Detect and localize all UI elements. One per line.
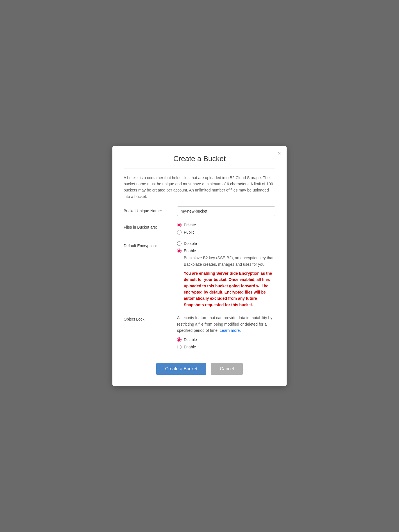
radio-object-lock-enable-label: Enable bbox=[184, 345, 196, 349]
cancel-button[interactable]: Cancel bbox=[211, 363, 243, 375]
bucket-name-input[interactable] bbox=[177, 206, 275, 216]
encryption-label: Default Encryption: bbox=[124, 241, 177, 248]
radio-public[interactable]: Public bbox=[177, 230, 275, 235]
radio-private-label: Private bbox=[184, 223, 196, 227]
bucket-name-row: Bucket Unique Name: bbox=[124, 206, 275, 216]
radio-object-lock-disable-input[interactable] bbox=[177, 337, 182, 342]
encryption-description: Backblaze B2 key (SSE-B2), an encryption… bbox=[184, 255, 275, 267]
radio-encryption-enable-label: Enable bbox=[184, 249, 196, 253]
radio-private[interactable]: Private bbox=[177, 223, 275, 227]
files-in-bucket-options: Private Public bbox=[177, 223, 275, 235]
encryption-row: Default Encryption: Disable Enable Backb… bbox=[124, 241, 275, 308]
radio-public-label: Public bbox=[184, 230, 194, 235]
title-divider bbox=[124, 168, 275, 168]
object-lock-label: Object Lock: bbox=[124, 315, 177, 321]
object-lock-description: A security feature that can provide data… bbox=[177, 315, 275, 333]
radio-encryption-enable-input[interactable] bbox=[177, 249, 182, 253]
close-button[interactable]: × bbox=[278, 150, 281, 156]
encryption-warning: You are enabling Server Side Encryption … bbox=[184, 270, 275, 308]
create-bucket-button[interactable]: Create a Bucket bbox=[156, 363, 207, 375]
object-lock-options: Disable Enable bbox=[177, 337, 275, 349]
bucket-name-control bbox=[177, 206, 275, 216]
radio-encryption-disable[interactable]: Disable bbox=[177, 241, 275, 246]
create-bucket-modal: × Create a Bucket A bucket is a containe… bbox=[112, 146, 287, 386]
files-in-bucket-label: Files in Bucket are: bbox=[124, 223, 177, 229]
radio-encryption-disable-label: Disable bbox=[184, 241, 197, 246]
object-lock-control: A security feature that can provide data… bbox=[177, 315, 275, 349]
radio-object-lock-disable[interactable]: Disable bbox=[177, 337, 275, 342]
modal-footer: Create a Bucket Cancel bbox=[124, 363, 275, 375]
radio-object-lock-disable-label: Disable bbox=[184, 337, 197, 342]
object-lock-row: Object Lock: A security feature that can… bbox=[124, 315, 275, 349]
radio-object-lock-enable[interactable]: Enable bbox=[177, 345, 275, 349]
encryption-options: Disable Enable bbox=[177, 241, 275, 253]
files-in-bucket-row: Files in Bucket are: Private Public bbox=[124, 223, 275, 235]
object-lock-learn-more-link[interactable]: Learn more. bbox=[220, 328, 241, 333]
modal-title: Create a Bucket bbox=[124, 154, 275, 163]
radio-object-lock-enable-input[interactable] bbox=[177, 345, 182, 349]
footer-divider bbox=[124, 356, 275, 356]
bucket-name-label: Bucket Unique Name: bbox=[124, 206, 177, 213]
modal-description: A bucket is a container that holds files… bbox=[124, 175, 275, 200]
radio-encryption-disable-input[interactable] bbox=[177, 241, 182, 246]
modal-backdrop: × Create a Bucket A bucket is a containe… bbox=[0, 0, 399, 532]
radio-private-input[interactable] bbox=[177, 223, 182, 227]
radio-encryption-enable[interactable]: Enable bbox=[177, 249, 275, 253]
radio-public-input[interactable] bbox=[177, 230, 182, 235]
encryption-control: Disable Enable Backblaze B2 key (SSE-B2)… bbox=[177, 241, 275, 308]
